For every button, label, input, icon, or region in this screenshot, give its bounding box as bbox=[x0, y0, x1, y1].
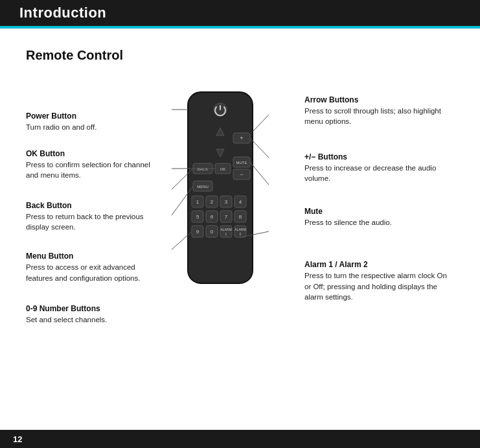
svg-text:1: 1 bbox=[225, 232, 227, 236]
label-alarm-desc: Press to turn the respective alarm clock… bbox=[304, 270, 454, 301]
label-ok-title: OK Button bbox=[26, 149, 155, 158]
label-plus-minus-title: +/− Buttons bbox=[304, 152, 454, 161]
label-ok-desc: Press to confirm selection for channel a… bbox=[26, 159, 155, 180]
svg-text:1: 1 bbox=[196, 199, 200, 205]
label-menu-button: Menu Button Press to access or exit adva… bbox=[26, 252, 155, 283]
main-content: Remote Control Power Button Turn radio o… bbox=[0, 29, 480, 361]
svg-text:MUTE: MUTE bbox=[236, 161, 247, 165]
diagram-area: Power Button Turn radio on and off. OK B… bbox=[26, 82, 454, 342]
page-title: Introduction bbox=[19, 5, 106, 21]
remote-control-diagram: BACK OK MUTE + − MENU 1 bbox=[155, 82, 285, 290]
svg-text:8: 8 bbox=[239, 214, 242, 220]
label-power-title: Power Button bbox=[26, 112, 155, 121]
svg-text:−: − bbox=[240, 171, 243, 178]
svg-text:9: 9 bbox=[196, 229, 200, 235]
svg-text:4: 4 bbox=[239, 199, 242, 205]
section-title: Remote Control bbox=[26, 48, 454, 63]
svg-text:5: 5 bbox=[196, 214, 200, 220]
label-menu-title: Menu Button bbox=[26, 252, 155, 261]
page-footer: 12 bbox=[0, 430, 480, 448]
svg-text:2: 2 bbox=[211, 199, 214, 205]
label-alarm: Alarm 1 / Alarm 2 Press to turn the resp… bbox=[304, 260, 454, 301]
svg-text:ALARM: ALARM bbox=[234, 228, 246, 231]
label-menu-desc: Press to access or exit advanced feature… bbox=[26, 262, 155, 283]
label-plus-minus-buttons: +/− Buttons Press to increase or decreas… bbox=[304, 152, 454, 183]
svg-text:7: 7 bbox=[225, 214, 228, 220]
label-number-buttons: 0-9 Number Buttons Set and select channe… bbox=[26, 304, 155, 325]
svg-text:BACK: BACK bbox=[198, 167, 208, 171]
label-number-title: 0-9 Number Buttons bbox=[26, 304, 155, 313]
label-back-desc: Press to return back to the previous dis… bbox=[26, 211, 155, 232]
label-arrow-title: Arrow Buttons bbox=[304, 95, 454, 104]
label-back-button: Back Button Press to return back to the … bbox=[26, 201, 155, 232]
label-ok-button: OK Button Press to confirm selection for… bbox=[26, 149, 155, 180]
svg-line-47 bbox=[253, 115, 269, 132]
label-plus-minus-desc: Press to increase or decrease the audio … bbox=[304, 163, 454, 183]
svg-text:ALARM: ALARM bbox=[220, 228, 231, 231]
svg-text:+: + bbox=[240, 135, 243, 141]
left-labels: Power Button Turn radio on and off. OK B… bbox=[26, 82, 155, 342]
label-mute: Mute Press to silence the audio. bbox=[304, 207, 454, 228]
svg-text:2: 2 bbox=[240, 232, 242, 236]
label-arrow-buttons: Arrow Buttons Press to scroll through li… bbox=[304, 95, 454, 126]
label-alarm-title: Alarm 1 / Alarm 2 bbox=[304, 260, 454, 269]
svg-text:MENU: MENU bbox=[197, 185, 209, 189]
page-number: 12 bbox=[13, 434, 22, 444]
label-power-button: Power Button Turn radio on and off. bbox=[26, 112, 155, 132]
right-labels: Arrow Buttons Press to scroll through li… bbox=[285, 82, 454, 320]
svg-text:3: 3 bbox=[225, 199, 228, 205]
label-number-desc: Set and select channels. bbox=[26, 314, 155, 325]
label-arrow-desc: Press to scroll through lists; also high… bbox=[304, 106, 454, 126]
svg-text:OK: OK bbox=[220, 167, 226, 171]
label-power-desc: Turn radio on and off. bbox=[26, 122, 155, 132]
label-mute-title: Mute bbox=[304, 207, 454, 216]
label-back-title: Back Button bbox=[26, 201, 155, 210]
page-header: Introduction bbox=[0, 0, 480, 26]
label-mute-desc: Press to silence the audio. bbox=[304, 217, 454, 228]
remote-svg: BACK OK MUTE + − MENU 1 bbox=[168, 89, 272, 290]
svg-text:0: 0 bbox=[211, 229, 214, 235]
svg-text:6: 6 bbox=[211, 214, 214, 220]
